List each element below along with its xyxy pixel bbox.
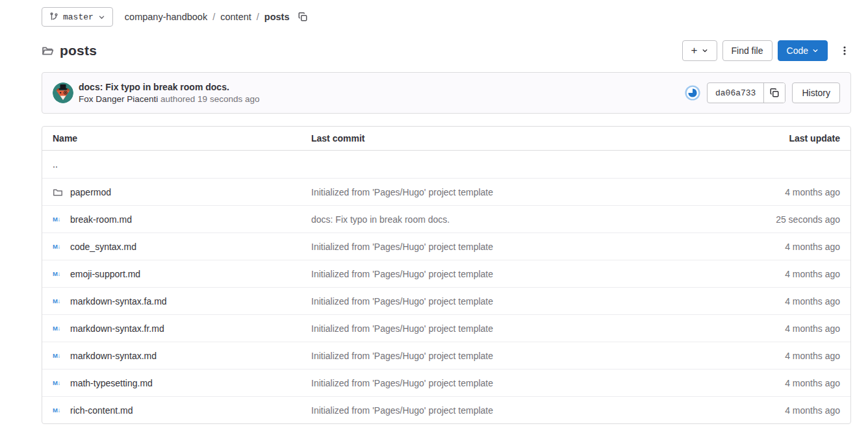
markdown-file-icon: M↓ xyxy=(53,297,64,305)
file-name-cell: papermod xyxy=(42,187,311,197)
file-name-cell: M↓ break-room.md xyxy=(42,214,311,225)
markdown-file-icon: M↓ xyxy=(53,243,64,250)
table-row[interactable]: .. xyxy=(42,151,850,178)
chevron-down-icon xyxy=(98,14,105,21)
file-name-link[interactable]: markdown-syntax.fr.md xyxy=(70,323,164,334)
page-title: posts xyxy=(60,43,97,58)
table-row[interactable]: M↓ rich-content.md Initialized from 'Pag… xyxy=(42,396,850,423)
last-update-text: 25 seconds ago xyxy=(708,214,850,225)
breadcrumb-repo[interactable]: company-handbook xyxy=(125,12,207,22)
copy-icon xyxy=(769,88,780,98)
ref-and-breadcrumb-bar: master company-handbook / content / post… xyxy=(42,0,851,27)
markdown-file-icon: M↓ xyxy=(53,379,64,386)
markdown-file-icon: M↓ xyxy=(53,352,64,359)
commit-sha: da06a733 xyxy=(708,83,763,103)
breadcrumb-separator: / xyxy=(212,12,215,22)
file-table: Name Last commit Last update .. papermod… xyxy=(42,126,851,424)
file-name-link[interactable]: math-typesetting.md xyxy=(70,378,153,388)
table-row[interactable]: M↓ markdown-syntax.fa.md Initialized fro… xyxy=(42,287,850,314)
last-update-text: 4 months ago xyxy=(708,351,850,361)
page-header: posts + Find file Code xyxy=(42,40,851,61)
file-name-link[interactable]: emoji-support.md xyxy=(70,269,140,279)
plus-icon: + xyxy=(691,45,698,56)
history-button[interactable]: History xyxy=(792,82,840,103)
last-update-text: 4 months ago xyxy=(708,378,850,388)
kebab-menu-icon xyxy=(839,45,850,56)
table-row[interactable]: M↓ emoji-support.md Initialized from 'Pa… xyxy=(42,260,850,287)
file-name-cell: M↓ emoji-support.md xyxy=(42,269,311,279)
last-commit-message-link[interactable]: Initialized from 'Pages/Hugo' project te… xyxy=(311,296,708,307)
commit-sha-box: da06a733 xyxy=(707,82,785,103)
file-name-cell: .. xyxy=(42,159,311,169)
file-name-cell: M↓ markdown-syntax.md xyxy=(42,351,311,361)
file-name-cell: M↓ math-typesetting.md xyxy=(42,378,311,388)
markdown-file-icon: M↓ xyxy=(53,325,64,332)
file-name-link[interactable]: .. xyxy=(53,159,58,169)
last-update-text: 4 months ago xyxy=(708,296,850,307)
last-commit-message-link[interactable]: Initialized from 'Pages/Hugo' project te… xyxy=(311,187,708,197)
commit-author-link[interactable]: Fox Danger Piacenti xyxy=(79,94,158,104)
last-commit-message-link[interactable]: Initialized from 'Pages/Hugo' project te… xyxy=(311,351,708,361)
last-commit-message-link[interactable]: Initialized from 'Pages/Hugo' project te… xyxy=(311,405,708,416)
header-actions: + Find file Code xyxy=(682,40,851,61)
code-dropdown-button[interactable]: Code xyxy=(778,40,828,61)
last-commit-bar: docs: Fix typo in break room docs. Fox D… xyxy=(42,72,851,114)
last-commit-message-link[interactable]: Initialized from 'Pages/Hugo' project te… xyxy=(311,323,708,334)
file-name-link[interactable]: markdown-syntax.md xyxy=(70,351,157,361)
last-update-text: 4 months ago xyxy=(708,187,850,197)
markdown-file-icon: M↓ xyxy=(53,270,64,277)
commit-meta: Fox Danger Piacenti authored 19 seconds … xyxy=(79,94,685,104)
last-commit-message-link[interactable]: docs: Fix typo in break room docs. xyxy=(311,214,708,225)
file-name-link[interactable]: break-room.md xyxy=(70,214,132,225)
column-header-name: Name xyxy=(42,133,311,144)
copy-path-button[interactable] xyxy=(296,10,309,23)
file-name-link[interactable]: code_syntax.md xyxy=(70,242,136,252)
file-table-header: Name Last commit Last update xyxy=(42,127,850,151)
table-row[interactable]: papermod Initialized from 'Pages/Hugo' p… xyxy=(42,178,850,205)
repo-file-browser: master company-handbook / content / post… xyxy=(42,0,851,424)
table-row[interactable]: M↓ code_syntax.md Initialized from 'Page… xyxy=(42,232,850,260)
last-update-text: 4 months ago xyxy=(708,405,850,416)
last-update-text: 4 months ago xyxy=(708,269,850,279)
breadcrumb: company-handbook / content / posts xyxy=(125,12,290,22)
folder-icon xyxy=(53,187,64,197)
last-update-text: 4 months ago xyxy=(708,242,850,252)
file-name-cell: M↓ rich-content.md xyxy=(42,405,311,416)
find-file-button[interactable]: Find file xyxy=(722,40,772,61)
markdown-file-icon: M↓ xyxy=(53,407,64,414)
chevron-down-icon xyxy=(812,47,819,54)
column-header-last-commit: Last commit xyxy=(311,133,708,144)
more-actions-kebab-button[interactable] xyxy=(838,44,851,57)
copy-icon xyxy=(298,12,308,22)
file-name-link[interactable]: papermod xyxy=(70,187,111,197)
branch-selector[interactable]: master xyxy=(42,7,113,27)
table-row[interactable]: M↓ break-room.md docs: Fix typo in break… xyxy=(42,205,850,232)
commit-text: docs: Fix typo in break room docs. Fox D… xyxy=(79,82,685,104)
table-row[interactable]: M↓ math-typesetting.md Initialized from … xyxy=(42,369,850,396)
last-commit-message-link[interactable]: Initialized from 'Pages/Hugo' project te… xyxy=(311,378,708,388)
markdown-file-icon: M↓ xyxy=(53,216,64,223)
file-name-cell: M↓ code_syntax.md xyxy=(42,242,311,252)
breadcrumb-current: posts xyxy=(264,12,290,22)
file-table-body: .. papermod Initialized from 'Pages/Hugo… xyxy=(42,151,850,423)
title-wrap: posts xyxy=(42,43,97,58)
file-name-link[interactable]: markdown-syntax.fa.md xyxy=(70,296,167,307)
git-branch-icon xyxy=(49,12,58,21)
table-row[interactable]: M↓ markdown-syntax.md Initialized from '… xyxy=(42,342,850,369)
last-commit-message-link[interactable]: Initialized from 'Pages/Hugo' project te… xyxy=(311,242,708,252)
add-to-tree-dropdown[interactable]: + xyxy=(682,40,717,61)
copy-sha-button[interactable] xyxy=(763,83,785,103)
commit-message-link[interactable]: docs: Fix typo in break room docs. xyxy=(79,82,685,92)
avatar[interactable] xyxy=(53,82,73,103)
column-header-last-update: Last update xyxy=(708,133,850,144)
last-commit-message-link[interactable]: Initialized from 'Pages/Hugo' project te… xyxy=(311,269,708,279)
file-name-cell: M↓ markdown-syntax.fr.md xyxy=(42,323,311,334)
pipeline-status-running-icon[interactable] xyxy=(685,85,700,101)
commit-right: da06a733 History xyxy=(685,82,840,103)
branch-name: master xyxy=(63,12,94,22)
code-button-label: Code xyxy=(787,45,808,56)
breadcrumb-content[interactable]: content xyxy=(220,12,251,22)
file-name-link[interactable]: rich-content.md xyxy=(70,405,133,416)
table-row[interactable]: M↓ markdown-syntax.fr.md Initialized fro… xyxy=(42,314,850,342)
breadcrumb-separator: / xyxy=(257,12,259,22)
